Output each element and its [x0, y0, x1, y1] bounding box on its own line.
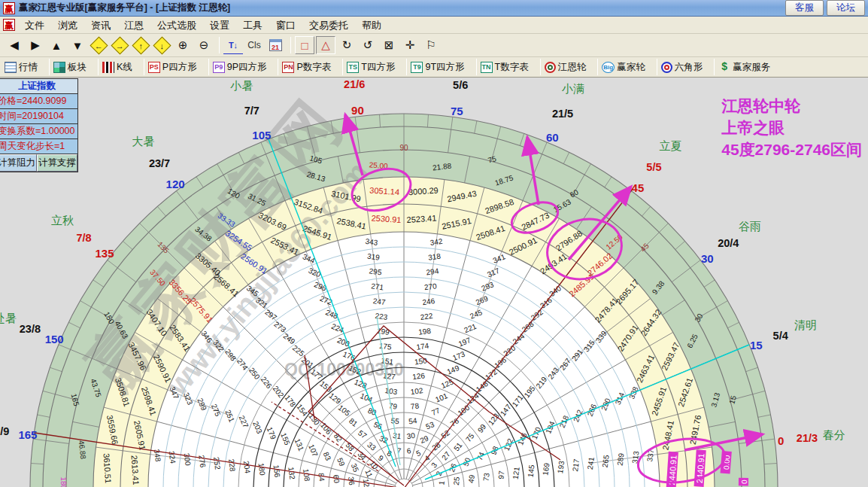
- outer-degree-15: 15: [750, 339, 763, 352]
- box-x-button[interactable]: ⊠: [379, 36, 399, 54]
- calendar-button[interactable]: 21: [266, 36, 285, 54]
- calc-resistance-button[interactable]: 计算阻力: [0, 154, 37, 172]
- svg-text:151: 151: [381, 356, 394, 366]
- cls-button[interactable]: Cls: [244, 36, 264, 54]
- outer-degree-60: 60: [546, 131, 559, 144]
- triangle-tool-button[interactable]: △: [316, 36, 335, 54]
- tool-label: T四方形: [361, 61, 395, 74]
- tool-P四方形[interactable]: PSP四方形: [148, 61, 197, 74]
- app-icon: 赢: [3, 2, 15, 14]
- spiral-cell: 55: [390, 416, 400, 425]
- zoom-in-button[interactable]: ⊕: [173, 36, 193, 54]
- flag-button[interactable]: ⚐: [421, 36, 441, 54]
- nav-up-button[interactable]: ▲: [47, 36, 66, 54]
- tool-T数字表[interactable]: TNT数字表: [481, 61, 529, 74]
- menu-窗口[interactable]: 窗口: [269, 18, 302, 32]
- zoom-out-button[interactable]: ⊖: [194, 36, 214, 54]
- annotation-line-2: 上帝之眼: [721, 117, 862, 138]
- svg-text:318: 318: [428, 252, 442, 262]
- toolbar-separator: [540, 59, 541, 75]
- solar-term-小满: 小满: [561, 82, 584, 95]
- svg-text:193: 193: [556, 460, 566, 473]
- toolbar-separator: [144, 59, 144, 75]
- solar-term-大暑: 大暑: [132, 135, 154, 148]
- PS-icon: PS: [148, 62, 160, 73]
- svg-text:247: 247: [372, 297, 386, 306]
- tool-赢家轮[interactable]: Big赢家轮: [602, 61, 645, 74]
- tool-label: 赢家服务: [733, 61, 770, 74]
- svg-text:265: 265: [601, 454, 611, 467]
- solar-term-立夏: 立夏: [660, 139, 682, 152]
- menu-设置[interactable]: 设置: [203, 18, 236, 32]
- customer-service-button[interactable]: 客服: [785, 0, 824, 16]
- nav-right-button[interactable]: ▶: [26, 36, 45, 54]
- outer-degree-75: 75: [451, 105, 463, 117]
- nav-left-button[interactable]: ◀: [5, 36, 24, 54]
- tool-赢家服务[interactable]: $赢家服务: [718, 61, 770, 74]
- menu-江恩[interactable]: 江恩: [117, 18, 150, 32]
- rotate-cw-button[interactable]: ↻: [337, 36, 357, 54]
- nav-down-button[interactable]: ▼: [68, 36, 87, 54]
- app-icon-small: 赢: [3, 19, 15, 31]
- spiral-cell: 151: [381, 356, 394, 366]
- solar-term-小暑: 小暑: [229, 79, 253, 92]
- center-move-button[interactable]: ✛: [400, 36, 420, 54]
- svg-text:319: 319: [366, 252, 380, 262]
- pan-right-button[interactable]: →: [110, 36, 129, 54]
- forum-button[interactable]: 论坛: [827, 0, 865, 16]
- calc-support-button[interactable]: 计算支撑: [37, 154, 77, 172]
- tool-9T四方形[interactable]: T99T四方形: [411, 61, 464, 74]
- toolbar-separator: [476, 59, 477, 75]
- spiral-cell: 319: [366, 252, 380, 262]
- tool-T四方形[interactable]: TST四方形: [347, 61, 395, 74]
- t-down-button[interactable]: T↓: [223, 36, 243, 54]
- tool-9P四方形[interactable]: P99P四方形: [213, 61, 267, 74]
- spiral-cell: 271: [371, 282, 384, 291]
- menu-文件[interactable]: 文件: [18, 18, 51, 32]
- title-bar: 赢 赢家江恩专业版[赢家服务平台] - [上证指数 江恩轮] 客服 论坛: [0, 0, 868, 17]
- P9-icon: P9: [213, 62, 225, 73]
- spiral-cell: 150: [414, 356, 427, 366]
- menu-工具[interactable]: 工具: [236, 18, 269, 32]
- pan-up-button[interactable]: ↑: [131, 36, 150, 54]
- spiral-cell: 49: [467, 474, 476, 484]
- big-icon: Big: [602, 62, 615, 73]
- pan-left-button[interactable]: ←: [89, 36, 108, 54]
- menu-交易委托[interactable]: 交易委托: [302, 18, 355, 32]
- tool-label: 板块: [68, 61, 86, 74]
- menu-帮助[interactable]: 帮助: [355, 18, 388, 32]
- blocks-icon: [53, 62, 65, 73]
- square-tool-button[interactable]: □: [295, 36, 314, 54]
- TN-icon: TN: [481, 62, 493, 73]
- menu-资讯[interactable]: 资讯: [84, 18, 117, 32]
- calendar-icon: 21: [269, 39, 282, 51]
- menu-公式选股[interactable]: 公式选股: [150, 18, 203, 32]
- spiral-cell: 342: [429, 237, 443, 247]
- date-label-5-6: 5/6: [453, 79, 468, 91]
- toolbar-separator: [714, 59, 715, 75]
- svg-text:132: 132: [287, 466, 296, 479]
- svg-text:103: 103: [384, 386, 398, 396]
- spiral-cell: 156: [272, 464, 281, 478]
- spiral-cell: 204: [242, 461, 252, 474]
- app-window: { "window": { "title": "赢家江恩专业版[赢家服务平台] …: [0, 0, 868, 487]
- svg-text:126: 126: [412, 371, 426, 381]
- svg-text:223: 223: [375, 312, 388, 321]
- spiral-cell: 228: [227, 458, 237, 472]
- svg-text:102: 102: [410, 386, 423, 396]
- candles-icon: [102, 62, 114, 73]
- date-label-21-5: 21/5: [552, 108, 573, 120]
- tool-江恩轮[interactable]: 江恩轮: [545, 61, 587, 74]
- pan-down-button[interactable]: ↓: [152, 36, 171, 54]
- PN-icon: PN: [282, 62, 294, 73]
- tool-P数字表[interactable]: PNP数字表: [282, 61, 331, 74]
- tool-六角形[interactable]: 六角形: [661, 61, 703, 74]
- rotate-ccw-button[interactable]: ↺: [358, 36, 378, 54]
- svg-text:169: 169: [541, 462, 551, 476]
- tool-K线[interactable]: K线: [102, 61, 132, 74]
- toolbar-separator: [219, 37, 220, 53]
- menu-浏览[interactable]: 浏览: [51, 18, 84, 32]
- spiral-cell: 30: [406, 431, 416, 440]
- tool-行情[interactable]: 行情: [5, 61, 38, 74]
- tool-板块[interactable]: 板块: [53, 61, 86, 74]
